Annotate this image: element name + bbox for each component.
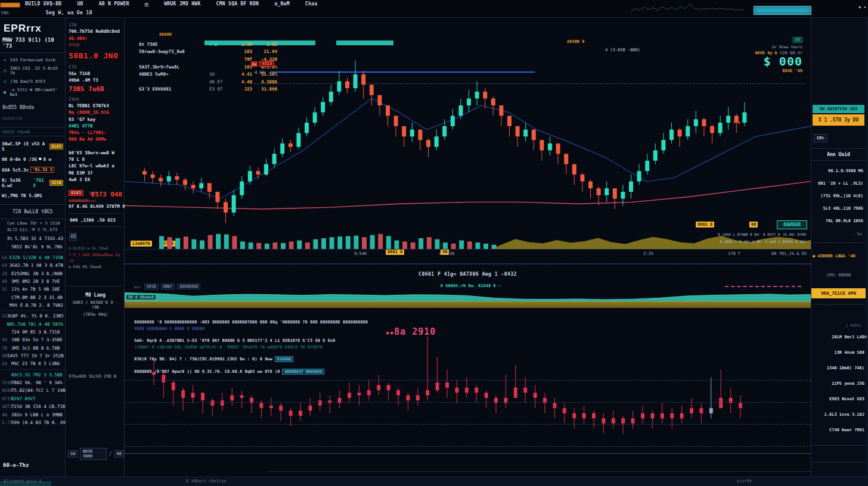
quote-line-10: BL 7EBB1 E7B7k3 <box>69 102 122 109</box>
row-values: M9C 23 7B 8 5 L3B6 <box>11 361 60 366</box>
quote-line-1: 706.7b75d Rw8d8c8nd <box>69 28 122 35</box>
table-row[interactable]: 48282n 9 L8B L o 1MBB <box>0 410 65 418</box>
para-badge[interactable]: 88888837 9888888 <box>282 369 324 375</box>
row-index: 3198 <box>2 380 11 385</box>
stat-orange-badge[interactable]: 8183 <box>49 144 63 149</box>
table-row[interactable]: 5.72599 (8.4 B3 7B 8. 39% <box>0 419 65 426</box>
progress-bar-2[interactable] <box>336 40 393 45</box>
table-row[interactable]: 3211% 4n 7B 5 9B 18E <box>0 285 65 293</box>
position-row-2[interactable]: 1348 18m8) 748) <box>811 360 866 376</box>
quote-line-7: 49bA .4M T3 <box>69 77 122 83</box>
position-row-6[interactable]: C748 buwr 7981 <box>811 422 866 438</box>
topbar-sparkline <box>631 1 744 15</box>
column-button-1[interactable]: 8B38 3888 <box>80 448 106 460</box>
sidebar-item-2[interactable]: ○(3Q 8aw73 87E3 <box>1 77 65 86</box>
row-index: 28 <box>2 271 11 276</box>
position-row-4[interactable]: E983 Nsvut G93 <box>811 391 866 407</box>
gray-row: (89) 88888 <box>811 267 866 284</box>
position-row-1[interactable]: 13R 4nvm 588 <box>811 345 866 360</box>
menu-item-7[interactable]: Chaa <box>305 1 317 8</box>
column-button-3[interactable]: 88 <box>114 450 124 457</box>
column-button-0[interactable]: G8 <box>68 450 78 457</box>
table-row[interactable]: C7M.8M 8B 2 3 31.4B <box>0 293 65 301</box>
mid-line-2: (T83w 48q) <box>69 312 122 317</box>
info-badge[interactable]: 49 <box>793 37 802 43</box>
menu-item-4[interactable]: WRUK JMO HWK <box>164 1 200 8</box>
para-badge[interactable]: 818888 <box>275 356 293 362</box>
right-marker: 7 ▪ <box>733 120 740 125</box>
row-values: C7M.8M 8B 2 3 31.4B <box>11 295 63 300</box>
status-left: Blccmmtd arca 4 <box>4 479 41 484</box>
menu-item-5[interactable]: CMN SQA BF RDN <box>216 1 259 8</box>
southeast-button[interactable]: 6B#68B <box>777 220 807 229</box>
menu-item-6[interactable]: a_NaM <box>274 1 290 8</box>
table-row[interactable]: 97378297 89V7 <box>0 395 65 403</box>
chart-area: 88888 8t 738E4 ●1.031.8158rww8-3wqy73_8w… <box>125 18 811 476</box>
panel-icon[interactable]: 48 <box>69 233 77 241</box>
table-row[interactable]: 31987B82 9A. 98 ' 9 34% <box>0 379 65 387</box>
grid-icon[interactable]: ⊞ <box>145 1 148 8</box>
row-index: 32 <box>2 286 11 292</box>
alert-line: 97 8.4G 8L4V9 378TM 8 <box>69 203 122 210</box>
sidebar-item-3[interactable]: ◼-x 5J11 W 8B+(awb3' Bw3 <box>1 86 65 99</box>
table-row[interactable]: 48727210 3B 15A 4 CB.71B1 <box>0 403 65 410</box>
secondary-meta: mrs 5B1B 8BB7 88888888 <box>134 284 200 289</box>
window-controls[interactable]: ▪ ◂ <box>858 5 866 10</box>
para-line-8: 8888888 /8'887 8pwc8 )( 88 9.3C.78. C8.8… <box>134 369 368 375</box>
table-row[interactable]: G9E3Z8 5/32B 6 48 733B <box>0 252 65 261</box>
meta-badge-1[interactable]: 5B1B <box>144 284 159 289</box>
band-badge[interactable]: 88 8 88o4w8 <box>126 294 156 300</box>
gear-icon[interactable]: ⚙ <box>864 334 867 339</box>
secondary-title: C0601 P 41g= 0A7X06 Amg 1 -0432 <box>125 264 811 277</box>
symbol-title: EPRrrx <box>0 18 65 36</box>
heart-icon[interactable]: ♥ <box>39 157 42 162</box>
meta-badge-2[interactable]: 8BB7 <box>161 284 175 289</box>
row-index: 64 <box>2 263 10 268</box>
table-row[interactable]: 88%.7n0 78) A 48 5876 <box>0 320 65 328</box>
table-row[interactable]: M9V E.8.7B 2. 8 79B2 <box>0 301 65 309</box>
table-row[interactable]: 28E25GM8L 3B 3 8./B8B <box>0 269 65 277</box>
meta-badge-3[interactable]: 88888888 <box>177 284 200 289</box>
gridline <box>125 446 811 447</box>
app-logo[interactable] <box>0 2 20 8</box>
teal-band-chart <box>125 291 811 303</box>
table-row[interactable]: 89C5.2G 7M2 3 3.5BB <box>0 369 65 379</box>
session-subtitle: Seg W, wa Oe 10 <box>46 10 92 15</box>
table-row[interactable]: 3% 5.5B3 32 4 7332.43 <box>0 235 65 242</box>
table-row[interactable]: 9B54V5 777 19 7 3r 252B <box>0 352 65 360</box>
highlighted-order-row[interactable]: ● 438008 L8&G '48 <box>811 245 866 267</box>
balance-subrow-1: 8L72 G11.'M 3 7L.E73 <box>0 226 65 232</box>
alert-pill[interactable]: 8183 <box>69 190 83 196</box>
table-row[interactable]: 724 9M 85 3 8.7318 <box>0 328 65 336</box>
menu-item-1[interactable]: UB <box>77 1 83 8</box>
table-row[interactable]: 894875.82(84-7CC L 7 19BB <box>0 387 65 394</box>
position-row-0[interactable]: 28LM 8mrJ L4D⚙ <box>811 329 866 345</box>
stat-orange-badge[interactable]: 525B <box>49 180 63 186</box>
amount-row-0: 98.1.8-3V88 MG <box>814 164 863 177</box>
table-row[interactable]: 5B52 BG'8L 9 9L.7B6 <box>0 242 65 250</box>
more-link[interactable]: -5w <box>811 230 866 240</box>
main-candlestick-chart[interactable] <box>125 54 811 226</box>
row-values: 89C5.2G 7M2 3 3.5BB <box>11 372 63 378</box>
sidebar-item-0[interactable]: ▸543 Farewcvwd Svcb <box>1 56 65 64</box>
percent-button[interactable]: EB% <box>814 134 827 142</box>
quote-line-8: 73B5 7u6B <box>69 83 122 96</box>
row-index: 4872 <box>2 404 11 409</box>
sidebar-item-1[interactable]: ▢39E5 C83 .52 5-8cd3 7b <box>1 64 65 77</box>
menu-item-2[interactable]: AB N POWER <box>99 1 129 8</box>
order-action-button[interactable]: 9DA_7E1CO 4PN <box>811 288 866 298</box>
position-row-3[interactable]: 21P5 ywva J3G <box>811 376 866 391</box>
table-row[interactable]: 24M9C 23 7B 8 5 L3B6 <box>0 360 65 367</box>
menu-item-0[interactable]: BUILD UVQ-BB <box>25 1 61 8</box>
table-row[interactable]: 483M5 8M2 2B 3 8 7VE <box>0 278 65 285</box>
topbar-progress-button[interactable] <box>754 6 811 15</box>
table-row[interactable]: 523G8P A%. 5% 8 8. 23B5 <box>0 310 65 320</box>
quote-line-0: 11b <box>69 21 122 28</box>
position-row-5[interactable]: 1.6L3 1vvu 3.18J <box>811 407 866 422</box>
table-row[interactable]: 4918B 93o 5o 7 3-35BE <box>0 336 65 344</box>
table-row[interactable]: 7B3M5 3c1 8B 8 6.78B <box>0 344 65 352</box>
table-row[interactable]: 643GA2.7B 1 98 3 8.47B <box>0 261 65 269</box>
quote-line-16: - <box>69 143 122 149</box>
buy-button[interactable]: EN 8638TV3V X83 <box>813 105 864 113</box>
sell-button[interactable]: X 1 .5T0 3y DO <box>813 114 864 126</box>
